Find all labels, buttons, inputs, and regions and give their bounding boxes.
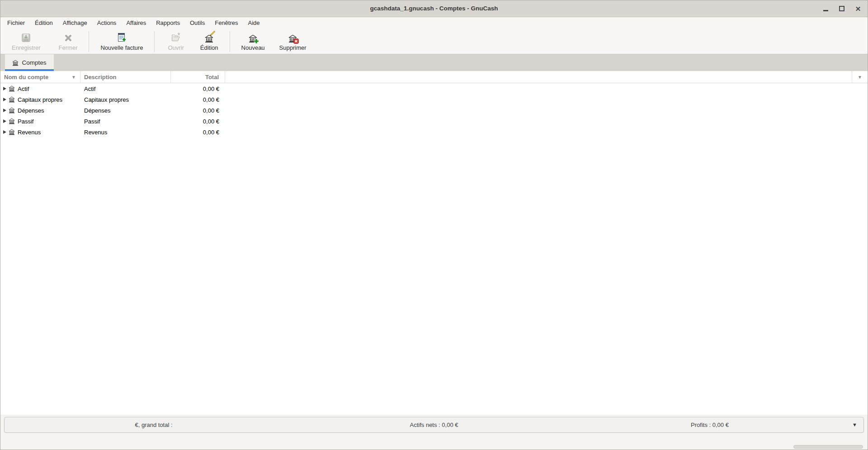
bank-icon (9, 85, 15, 92)
toolbar-separator (230, 31, 230, 52)
expander-icon[interactable] (3, 109, 6, 112)
open-label: Ouvrir (168, 44, 184, 51)
menu-edition[interactable]: Édition (30, 17, 58, 29)
account-name: Capitaux propres (18, 96, 62, 103)
account-description: Dépenses (80, 107, 171, 114)
menu-affaires[interactable]: Affaires (121, 17, 151, 29)
progress-bar (793, 445, 863, 449)
table-row-passif[interactable]: Passif Passif 0,00 € (0, 116, 868, 127)
bank-icon (9, 118, 15, 124)
save-label: Enregistrer (12, 44, 41, 51)
account-name-cell: Dépenses (0, 107, 80, 114)
bank-icon (12, 60, 19, 66)
account-name-cell: Revenus (0, 129, 80, 136)
delete-account-button[interactable]: Supprimer (274, 31, 312, 52)
account-total: 0,00 € (171, 107, 225, 114)
account-name-cell: Capitaux propres (0, 96, 80, 103)
menu-aide[interactable]: Aide (243, 17, 265, 29)
status-bar-area: €, grand total : Actifs nets : 0,00 € Pr… (0, 415, 868, 450)
delete-account-icon (288, 32, 297, 43)
account-description: Capitaux propres (80, 96, 171, 103)
menu-outils[interactable]: Outils (185, 17, 210, 29)
account-total: 0,00 € (171, 118, 225, 125)
account-description: Passif (80, 118, 171, 125)
table-row-revenus[interactable]: Revenus Revenus 0,00 € (0, 127, 868, 137)
close-tab-button[interactable]: Fermer (53, 31, 84, 52)
new-account-icon (249, 32, 257, 43)
maximize-button[interactable] (837, 4, 847, 14)
column-header-account-name[interactable]: Nom du compte ▼ (0, 71, 80, 83)
edit-account-label: Édition (200, 44, 218, 51)
tab-comptes[interactable]: Comptes (5, 54, 54, 71)
profits-value: Profits : 0,00 € (561, 417, 859, 432)
save-icon (21, 32, 31, 43)
account-name: Actif (18, 85, 29, 92)
column-header-total[interactable]: Total (171, 71, 225, 83)
accounts-table-header: Nom du compte ▼ Description Total ▼ (0, 71, 868, 83)
expander-icon[interactable] (3, 119, 6, 123)
title-bar: gcashdata_1.gnucash - Comptes - GnuCash … (0, 0, 868, 17)
menu-rapports[interactable]: Rapports (151, 17, 185, 29)
chevron-down-icon: ▼ (858, 75, 862, 80)
toolbar-separator (154, 31, 155, 52)
bank-icon (9, 107, 15, 114)
menu-actions[interactable]: Actions (92, 17, 122, 29)
open-button[interactable]: Ouvrir (162, 31, 189, 52)
close-icon: ✕ (855, 5, 861, 12)
menu-fichier[interactable]: Fichier (2, 17, 30, 29)
toolbar: Enregistrer Fermer Nouvelle fa (0, 29, 868, 54)
tab-comptes-label: Comptes (22, 59, 46, 66)
close-x-icon (64, 32, 73, 43)
column-header-spacer (225, 71, 852, 83)
menu-fenetres[interactable]: Fenêtres (210, 17, 243, 29)
sort-desc-arrow-icon: ▼ (71, 75, 76, 80)
account-total: 0,00 € (171, 85, 225, 92)
account-total: 0,00 € (171, 96, 225, 103)
bank-icon (9, 96, 15, 103)
gnucash-window: gcashdata_1.gnucash - Comptes - GnuCash … (0, 0, 868, 450)
minimize-icon (823, 10, 828, 11)
delete-account-label: Supprimer (279, 44, 307, 51)
new-account-button[interactable]: Nouveau (236, 31, 271, 52)
account-name-cell: Actif (0, 85, 80, 92)
expander-icon[interactable] (3, 87, 6, 90)
tab-strip: Comptes (0, 54, 868, 71)
account-name: Passif (18, 118, 33, 125)
table-row-actif[interactable]: Actif Actif 0,00 € (0, 83, 868, 94)
summary-dropdown-arrow[interactable]: ▼ (852, 417, 857, 432)
new-invoice-button[interactable]: Nouvelle facture (94, 31, 149, 52)
window-title: gcashdata_1.gnucash - Comptes - GnuCash (0, 0, 868, 17)
open-folder-icon (170, 32, 181, 43)
new-invoice-icon (116, 32, 127, 43)
column-header-account-name-label: Nom du compte (4, 74, 48, 81)
bank-icon (9, 129, 15, 135)
close-tab-label: Fermer (59, 44, 78, 51)
column-header-description[interactable]: Description (80, 71, 171, 83)
account-name: Dépenses (18, 107, 44, 114)
table-row-capitaux-propres[interactable]: Capitaux propres Capitaux propres 0,00 € (0, 94, 868, 105)
account-description: Actif (80, 85, 171, 92)
close-button[interactable]: ✕ (853, 4, 863, 14)
column-header-description-label: Description (84, 74, 117, 81)
column-picker-button[interactable]: ▼ (852, 71, 868, 83)
summary-bar: €, grand total : Actifs nets : 0,00 € Pr… (4, 417, 864, 433)
expander-icon[interactable] (3, 130, 6, 134)
toolbar-separator (89, 31, 89, 52)
edit-account-button[interactable]: Édition (194, 31, 224, 52)
edit-account-icon (205, 32, 213, 43)
expander-icon[interactable] (3, 98, 6, 101)
maximize-icon (839, 6, 844, 11)
account-description: Revenus (80, 129, 171, 136)
account-name-cell: Passif (0, 118, 80, 125)
account-name: Revenus (18, 129, 41, 136)
account-total: 0,00 € (171, 129, 225, 136)
accounts-tree: Actif Actif 0,00 € Capitaux propres Capi… (0, 83, 868, 415)
minimize-button[interactable] (821, 4, 830, 14)
window-controls: ✕ (821, 0, 863, 17)
menu-bar: Fichier Édition Affichage Actions Affair… (0, 17, 868, 29)
new-invoice-label: Nouvelle facture (100, 44, 143, 51)
new-account-label: Nouveau (241, 44, 265, 51)
table-row-depenses[interactable]: Dépenses Dépenses 0,00 € (0, 105, 868, 116)
menu-affichage[interactable]: Affichage (58, 17, 92, 29)
save-button[interactable]: Enregistrer (6, 31, 47, 52)
